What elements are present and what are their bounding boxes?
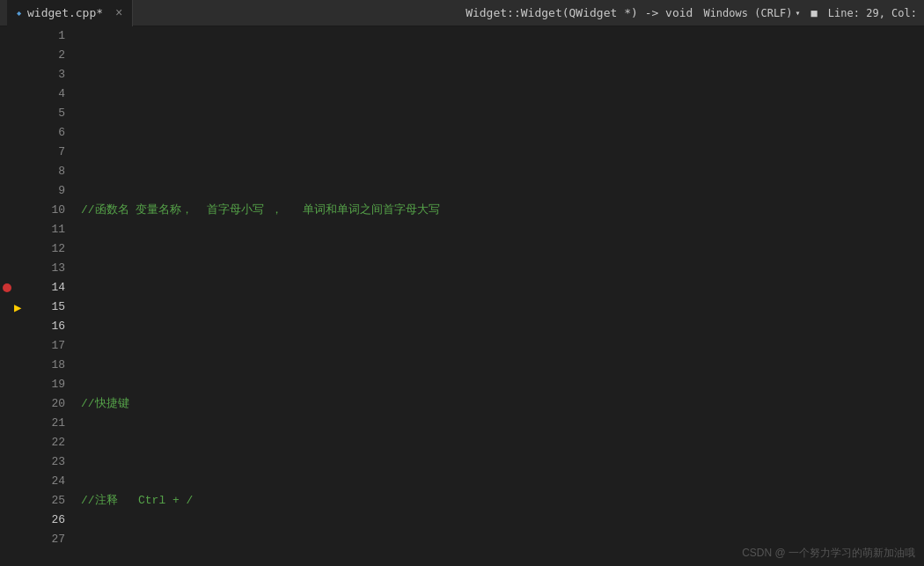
code-line-2: //函数名 变量名称， 首字母小写 ， 单词和单词之间首字母大写	[81, 201, 912, 220]
code-line-4: //快捷键	[81, 394, 912, 414]
line-num: 21	[28, 414, 65, 433]
file-tab[interactable]: ⬥ widget.cpp* ×	[7, 0, 132, 26]
line-num: 5	[28, 104, 65, 123]
line-num: 1	[28, 26, 65, 46]
file-tab-icon: ⬥	[16, 7, 22, 19]
file-tab-name: widget.cpp*	[27, 6, 103, 19]
encoding-area: ■	[811, 7, 818, 19]
line-num: 27	[28, 530, 65, 549]
cursor-position: Line: 29, Col:	[828, 7, 917, 19]
vertical-scrollbar[interactable]	[912, 26, 924, 566]
line-num: 3	[28, 65, 65, 85]
execution-arrow: ▶	[14, 300, 21, 315]
watermark: CSDN @ 一个努力学习的萌新加油哦	[742, 546, 915, 561]
line-num: 7	[28, 143, 65, 162]
line-num: 20	[28, 394, 65, 414]
line-num: 19	[28, 375, 65, 394]
line-num: 2	[28, 46, 65, 65]
line-num: 9	[28, 181, 65, 201]
title-bar-info: Widget::Widget(QWidget *) -> void Window…	[466, 6, 917, 19]
line-num: 13	[28, 259, 65, 278]
code-line-1	[81, 104, 912, 123]
title-bar: ⬥ widget.cpp* × Widget::Widget(QWidget *…	[0, 0, 924, 26]
line-num: 16	[28, 317, 65, 336]
line-num: 11	[28, 220, 65, 239]
line-num: 18	[28, 356, 65, 375]
breadcrumb: Widget::Widget(QWidget *) -> void	[466, 6, 693, 19]
line-num: 15	[28, 298, 65, 317]
comment-text: //函数名 变量名称， 首字母小写 ， 单词和单词之间首字母大写	[81, 201, 440, 220]
breakpoint-marker	[3, 283, 11, 292]
line-num: 12	[28, 239, 65, 259]
line-num: 26	[28, 511, 65, 530]
comment-text: //注释 Ctrl + /	[81, 491, 193, 511]
line-numbers: 1 2 3 4 5 6 7 8 9 10 11 12 13 14 15 16 1…	[28, 26, 72, 566]
line-num: 25	[28, 491, 65, 511]
breakpoint-gutter	[0, 26, 14, 566]
comment-text: //快捷键	[81, 394, 129, 414]
arrow-gutter: ▶	[14, 26, 28, 566]
editor-container: ▶ 1 2 3 4 5 6 7 8 9 10 11 12 13 14 15 16…	[0, 26, 924, 566]
line-ending-dropdown[interactable]: Windows (CRLF) ▾	[703, 7, 800, 19]
code-editor[interactable]: //函数名 变量名称， 首字母小写 ， 单词和单词之间首字母大写 //快捷键 /…	[72, 26, 912, 566]
code-line-3	[81, 298, 912, 317]
line-num: 4	[28, 85, 65, 104]
line-num: 14	[28, 278, 65, 298]
close-icon[interactable]: ×	[115, 6, 122, 20]
line-num: 23	[28, 452, 65, 472]
line-num: 22	[28, 433, 65, 452]
line-num: 8	[28, 162, 65, 181]
line-ending-label: Windows (CRLF)	[703, 7, 792, 19]
code-line-5: //注释 Ctrl + /	[81, 491, 912, 511]
chevron-down-icon: ▾	[796, 8, 801, 18]
line-num: 24	[28, 472, 65, 491]
line-num: 10	[28, 201, 65, 220]
line-num: 6	[28, 123, 65, 143]
line-num: 17	[28, 336, 65, 356]
